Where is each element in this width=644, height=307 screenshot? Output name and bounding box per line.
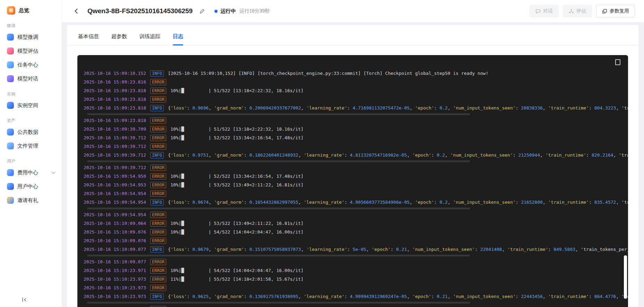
back-button[interactable]	[72, 7, 81, 16]
log-timestamp: 2025-10-16 15:09:54.954	[84, 212, 146, 217]
log-timestamp: 2025-10-16 15:09:39.712	[84, 165, 146, 170]
log-timestamp: 2025-10-16 15:09:54.953	[84, 182, 146, 187]
console-scrollbar-thumb[interactable]	[624, 255, 627, 299]
log-line: 2025-10-16 15:09:39.712ERROR	[81, 163, 628, 172]
log-level-badge: INFO	[150, 246, 164, 253]
log-timestamp: 2025-10-16 15:09:23.816	[84, 79, 146, 85]
log-level-badge: ERROR	[150, 135, 166, 141]
log-line: 2025-10-16 15:09:10.152INFO[2025-10-16 1…	[81, 69, 628, 78]
sidebar-item-label: 用户中心	[17, 183, 38, 190]
log-level-badge: ERROR	[150, 220, 166, 227]
log-line: 2025-10-16 15:10:09.076ERROR	[81, 236, 628, 245]
sidebar-item-label: 模型微调	[17, 34, 38, 41]
sidebar-item-label: 总览	[19, 7, 29, 14]
log-timestamp: 2025-10-16 15:10:09.064	[84, 221, 146, 226]
log-timestamp: 2025-10-16 15:09:54.954	[84, 191, 146, 196]
log-timestamp: 2025-10-16 15:09:23.818	[84, 118, 146, 123]
tab-training-trace[interactable]: 训练追踪	[139, 33, 160, 45]
sidebar-item-model-chat[interactable]: 模型对话	[0, 72, 62, 86]
tab-bar: 基本信息 超参数 训练追踪 日志	[67, 25, 638, 45]
log-level-badge: ERROR	[150, 182, 166, 188]
log-timestamp: 2025-10-16 15:09:39.709	[84, 126, 146, 132]
sidebar-item-label: 任务中心	[17, 62, 38, 68]
chat-button-label: 对话	[543, 8, 553, 14]
file-manage-icon	[7, 142, 14, 149]
log-level-badge: INFO	[150, 293, 164, 300]
log-message: {'loss': 0.9625, 'grad_norm': 0.13691757…	[168, 294, 628, 299]
billing-center-icon	[7, 169, 14, 176]
sidebar-item-label: 文件管理	[17, 143, 38, 149]
model-eval-icon	[7, 47, 14, 54]
log-console[interactable]: 2025-10-16 15:09:10.152INFO[2025-10-16 1…	[77, 55, 628, 307]
sidebar-item-file-manage[interactable]: 文件管理	[0, 139, 62, 153]
log-level-badge: ERROR	[150, 212, 166, 218]
page-header: Qwen3-8B-FS20251016145306259 运行中 运行16分39…	[62, 0, 644, 22]
evaluate-button[interactable]: 评估	[563, 5, 592, 17]
task-center-icon	[7, 61, 14, 68]
log-message: {'loss': 0.9679, 'grad_norm': 0.15107575…	[168, 247, 628, 252]
tab-basic-info[interactable]: 基本信息	[78, 33, 99, 45]
log-timestamp: 2025-10-16 15:10:23.973	[84, 285, 146, 290]
model-finetune-icon	[7, 34, 14, 41]
log-timestamp: 2025-10-16 15:09:10.152	[84, 71, 146, 76]
sidebar-section-user: 用户	[0, 153, 62, 166]
log-level-badge: ERROR	[150, 173, 166, 179]
log-timestamp: 2025-10-16 15:10:23.973	[84, 294, 146, 299]
log-level-badge: ERROR	[150, 143, 166, 150]
sidebar-item-model-eval[interactable]: 模型评估	[0, 44, 62, 58]
log-line: 2025-10-16 15:10:23.971ERROR10%|█ | 54/5…	[81, 266, 628, 275]
log-line: 2025-10-16 15:09:23.818ERROR10%|█ | 51/5…	[81, 86, 628, 95]
sidebar-item-label: 模型对话	[17, 76, 38, 82]
log-line: 2025-10-16 15:09:23.818ERROR	[81, 116, 628, 125]
log-message: 10%|█ | 53/522 [13:49<2:11:22, 16.81s/it…	[170, 182, 304, 187]
log-message: {'loss': 0.9696, 'grad_norm': 0.20069420…	[168, 105, 628, 111]
log-line: 2025-10-16 15:10:09.064ERROR10%|█ | 53/5…	[81, 219, 628, 228]
log-timestamp: 2025-10-16 15:10:09.077	[84, 247, 146, 252]
status-badge: 运行中 运行16分39秒	[214, 8, 270, 15]
sidebar-item-user-center[interactable]: 用户中心	[0, 179, 62, 193]
log-level-badge: ERROR	[150, 267, 166, 274]
log-level-badge: ERROR	[150, 229, 166, 235]
sidebar-item-invite[interactable]: 邀请有礼	[0, 193, 62, 207]
chat-button[interactable]: 对话	[529, 5, 559, 17]
log-level-badge: ERROR	[150, 126, 166, 132]
evaluate-button-label: 评估	[576, 8, 586, 14]
copy-logs-icon[interactable]	[615, 59, 620, 65]
log-level-badge: ERROR	[150, 238, 166, 244]
sidebar-item-task-center[interactable]: 任务中心	[0, 58, 62, 72]
invite-gift-icon	[7, 197, 14, 204]
sidebar-section-finetune: 微调	[0, 17, 62, 30]
public-data-icon	[7, 129, 14, 135]
log-level-badge: INFO	[150, 105, 164, 111]
param-reuse-button[interactable]: 参数复用	[596, 5, 635, 17]
overview-logo-icon	[7, 6, 15, 15]
sidebar-item-overview[interactable]: 总览	[0, 4, 62, 17]
tab-hyperparams[interactable]: 超参数	[111, 33, 127, 45]
log-timestamp: 2025-10-16 15:10:23.973	[84, 277, 146, 282]
log-timestamp: 2025-10-16 15:09:23.818	[84, 97, 146, 102]
sidebar-item-instance-space[interactable]: 实例空间	[0, 98, 62, 112]
log-level-badge: INFO	[150, 152, 164, 158]
log-timestamp: 2025-10-16 15:09:54.950	[84, 174, 146, 179]
log-timestamp: 2025-10-16 15:10:09.077	[84, 259, 146, 264]
log-horizontal-scrollbar	[87, 208, 470, 209]
sidebar-item-model-finetune[interactable]: 模型微调	[0, 30, 62, 44]
log-timestamp: 2025-10-16 15:09:23.818	[84, 105, 146, 111]
log-level-badge: ERROR	[150, 259, 166, 265]
log-line: 2025-10-16 15:10:23.973INFO{'loss': 0.96…	[81, 292, 628, 301]
sidebar-item-billing-center[interactable]: 费用中心	[0, 166, 62, 179]
log-message: 10%|█ | 54/522 [14:04<2:04:47, 16.00s/it…	[170, 268, 304, 273]
log-line: 2025-10-16 15:09:23.816ERROR	[81, 78, 628, 86]
sidebar-item-label: 公共数据	[17, 129, 38, 135]
log-line: 2025-10-16 15:09:39.712ERROR10%|█ | 52/5…	[81, 133, 628, 142]
log-line: 2025-10-16 15:09:23.818INFO{'loss': 0.96…	[81, 104, 628, 112]
log-line: 2025-10-16 15:09:39.712ERROR	[81, 142, 628, 151]
sidebar-section-instance: 实例	[0, 86, 62, 98]
instance-space-icon	[7, 102, 14, 109]
chevron-down-icon	[51, 170, 55, 174]
tab-logs[interactable]: 日志	[173, 33, 183, 45]
edit-title-icon[interactable]	[199, 8, 205, 15]
sidebar-collapse-icon[interactable]	[22, 297, 27, 302]
sidebar-item-public-data[interactable]: 公共数据	[0, 125, 62, 139]
sidebar-item-label: 费用中心	[17, 169, 38, 176]
